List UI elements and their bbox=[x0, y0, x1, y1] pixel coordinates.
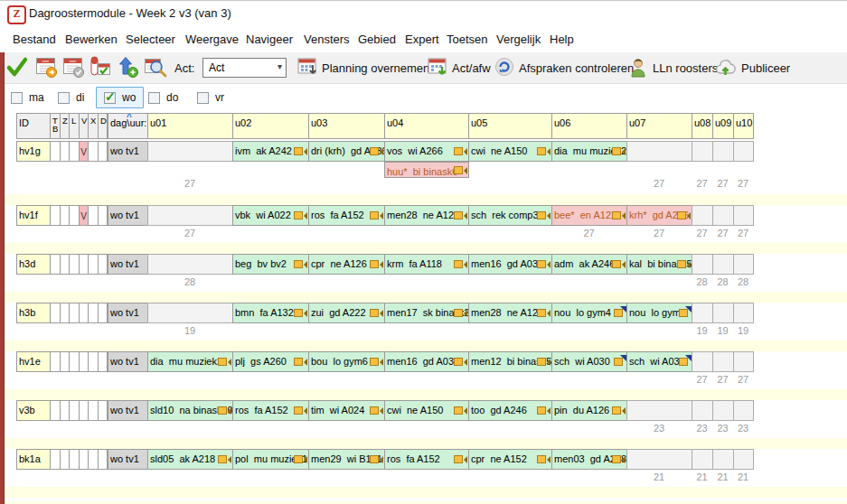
day-cell-hv1f[interactable]: wo tv1 bbox=[108, 205, 148, 226]
lesson-cell-hv1f-u05[interactable]: sch rek comp3 bbox=[468, 205, 552, 226]
row-id-cell-hv1f[interactable]: hv1f bbox=[16, 205, 51, 226]
empty-cell-bk1a-u10[interactable] bbox=[733, 449, 754, 470]
lesson-cell-bk1a-u05[interactable]: cpr ne A152 bbox=[468, 449, 552, 470]
empty-cell-hv1f-u01[interactable] bbox=[147, 205, 233, 226]
empty-cell-bk1a-u08[interactable] bbox=[692, 449, 713, 470]
lesson-cell-hv1f-u04[interactable]: men28 ne A128 bbox=[384, 205, 469, 226]
empty-cell-hv1e-u10[interactable] bbox=[733, 351, 754, 372]
lesson-cell-h3d-u04[interactable]: krm fa A118 bbox=[384, 254, 469, 275]
day-cell-hv1e[interactable]: wo tv1 bbox=[108, 351, 148, 372]
day-checkbox-vr[interactable]: vr bbox=[197, 91, 224, 104]
confirm-check-icon[interactable] bbox=[5, 55, 29, 80]
empty-cell-hv1f-u08[interactable] bbox=[692, 205, 713, 226]
empty-cell-h3d-u08[interactable] bbox=[692, 254, 713, 275]
day-checkbox-do[interactable]: do bbox=[148, 91, 178, 104]
lesson-cell-v3b-u03[interactable]: tim wi A024 bbox=[308, 400, 385, 421]
toolbar-button-act-afw[interactable]: Act/afw bbox=[427, 56, 491, 79]
empty-cell-hv1g-u08[interactable] bbox=[692, 141, 713, 162]
lesson-cell-hv1g-u06[interactable]: dia mu muziek2 bbox=[551, 141, 627, 162]
lesson-cell-h3b-u02[interactable]: bmn fa A132 bbox=[232, 303, 309, 323]
act-select[interactable]: Act ▾ bbox=[202, 58, 287, 78]
empty-cell-v3b-u08[interactable] bbox=[692, 400, 713, 421]
menu-item-bestand[interactable]: Bestand bbox=[13, 33, 56, 46]
day-checkbox-ma[interactable]: ma bbox=[11, 91, 44, 104]
lesson-cell-bk1a-u02[interactable]: pol mu muziek1 bbox=[232, 449, 309, 470]
lesson-cell-h3b-u06[interactable]: nou lo gym4 bbox=[551, 303, 627, 323]
row-id-cell-h3d[interactable]: h3d bbox=[16, 254, 51, 275]
menu-item-bewerken[interactable]: Bewerken bbox=[65, 33, 118, 46]
calendar-accept-icon[interactable]: woe bbox=[61, 55, 85, 80]
lesson-cell-hv1f-u03[interactable]: ros fa A152 bbox=[308, 205, 385, 226]
row-id-cell-v3b[interactable]: v3b bbox=[16, 400, 51, 421]
empty-cell-hv1f-u10[interactable] bbox=[733, 205, 754, 226]
day-cell-v3b[interactable]: wo tv1 bbox=[108, 400, 148, 421]
empty-cell-h3b-u10[interactable] bbox=[733, 303, 754, 323]
empty-cell-h3b-u01[interactable] bbox=[147, 303, 233, 323]
menu-item-vergelijk[interactable]: Vergelijk bbox=[496, 33, 541, 46]
checked-checkbox-icon[interactable] bbox=[104, 92, 116, 104]
lesson-cell-h3d-u02[interactable]: beg bv bv2 bbox=[232, 254, 309, 275]
row-id-cell-hv1e[interactable]: hv1e bbox=[16, 351, 51, 372]
menu-item-gebied[interactable]: Gebied bbox=[358, 33, 396, 46]
empty-cell-h3b-u08[interactable] bbox=[692, 303, 713, 323]
lesson-cell-h3d-u07[interactable]: kal bi binask5 bbox=[626, 254, 692, 275]
lesson-cell-bk1a-u01[interactable]: sld05 ak A218 bbox=[147, 449, 233, 470]
empty-cell-hv1g-u10[interactable] bbox=[733, 141, 754, 162]
lesson-cell-h3d-u05[interactable]: men16 gd A030 bbox=[468, 254, 552, 275]
lesson-cell-hv1f-u06[interactable]: bee* en A122 bbox=[551, 205, 627, 226]
lesson-cell-h3b-u03[interactable]: zui gd A222 bbox=[308, 303, 385, 323]
menu-item-expert[interactable]: Expert bbox=[405, 33, 439, 46]
empty-cell-h3b-u09[interactable] bbox=[712, 303, 734, 323]
lesson-cell-h3d-u03[interactable]: cpr ne A126 bbox=[308, 254, 385, 275]
day-cell-h3d[interactable]: wo tv1 bbox=[108, 254, 148, 275]
empty-cell-h3d-u01[interactable] bbox=[147, 254, 233, 275]
lesson-cell-hv1g-u05[interactable]: cwi ne A150 bbox=[468, 141, 552, 162]
period-check-icon[interactable] bbox=[89, 55, 112, 80]
day-cell-h3b[interactable]: wo tv1 bbox=[108, 303, 148, 323]
lesson-cell-hv1e-u07[interactable]: sch wi A030 bbox=[626, 351, 692, 372]
empty-cell-bk1a-u07[interactable] bbox=[626, 449, 692, 470]
row-id-cell-hv1g[interactable]: hv1g bbox=[16, 141, 51, 162]
menu-item-selecteer[interactable]: Selecteer bbox=[126, 33, 175, 46]
empty-cell-hv1f-u09[interactable] bbox=[712, 205, 734, 226]
empty-cell-hv1g-u07[interactable] bbox=[626, 141, 692, 162]
lesson-cell-hv1g-u03[interactable]: dri (krh) gd A236 bbox=[308, 141, 385, 162]
lesson-cell-v3b-u04[interactable]: cwi ne A150 bbox=[384, 400, 469, 421]
lesson-cell-bk1a-u06[interactable]: men03 gd A238 bbox=[551, 449, 627, 470]
empty-cell-hv1e-u09[interactable] bbox=[712, 351, 734, 372]
lesson-cell-v3b-u01[interactable]: sld10 na binask10 bbox=[147, 400, 233, 421]
row-id-cell-bk1a[interactable]: bk1a bbox=[16, 449, 51, 470]
menu-item-vensters[interactable]: Vensters bbox=[304, 33, 350, 46]
empty-cell-hv1e-u08[interactable] bbox=[692, 351, 713, 372]
lesson-cell-hv1e-u02[interactable]: plj gs A260 bbox=[232, 351, 309, 372]
lesson-cell-hv1f-u02[interactable]: vbk wi A022 bbox=[232, 205, 309, 226]
empty-cell-v3b-u07[interactable] bbox=[626, 400, 692, 421]
lesson-cell-v3b-u06[interactable]: pin du A126 bbox=[551, 400, 627, 421]
lesson-cell-v3b-u05[interactable]: too gd A246 bbox=[468, 400, 552, 421]
unchecked-checkbox-icon[interactable] bbox=[11, 92, 23, 104]
unchecked-checkbox-icon[interactable] bbox=[58, 92, 70, 104]
empty-cell-hv1g-u09[interactable] bbox=[712, 141, 734, 162]
day-cell-bk1a[interactable]: wo tv1 bbox=[108, 449, 148, 470]
lesson-cell-h3b-u04[interactable]: men17 sk binask2 bbox=[384, 303, 469, 323]
lesson-cell-h3b-u05[interactable]: men28 ne A128 bbox=[468, 303, 552, 323]
lesson-cell-hv1g-u02[interactable]: ivm ak A242 bbox=[232, 141, 309, 162]
lesson-cell-h3b-u07[interactable]: nou lo gym4 bbox=[626, 303, 692, 323]
toolbar-button-planning-overnemen[interactable]: Planning overnemen bbox=[296, 56, 429, 79]
toolbar-button-afspraken-controleren[interactable]: Afspraken controleren bbox=[494, 56, 634, 79]
lesson-cell-bk1a-u03[interactable]: men29 wi B161 bbox=[308, 449, 385, 470]
menu-item-navigeer[interactable]: Navigeer bbox=[246, 33, 293, 46]
unchecked-checkbox-icon[interactable] bbox=[148, 92, 160, 104]
lesson-cell-bk1a-u04[interactable]: ros fa A152 bbox=[384, 449, 469, 470]
lesson-cell-h3d-u06[interactable]: adm ak A246 bbox=[551, 254, 627, 275]
insert-up-icon[interactable] bbox=[116, 55, 139, 80]
toolbar-button-publiceer[interactable]: Publiceer bbox=[714, 56, 790, 79]
toolbar-button-lln-roosters[interactable]: LLn roosters bbox=[627, 56, 718, 79]
empty-cell-h3d-u09[interactable] bbox=[712, 254, 734, 275]
lesson-cell-hv1e-u01[interactable]: dia mu muziek2 bbox=[147, 351, 233, 372]
empty-cell-h3d-u10[interactable] bbox=[733, 254, 754, 275]
calendar-add-icon[interactable]: woe bbox=[34, 55, 58, 80]
col-header-day[interactable]: dag\uur:^ bbox=[108, 113, 148, 139]
lesson-cell-hv1e-u03[interactable]: bou lo gym6 bbox=[308, 351, 385, 372]
lesson-cell-hv1e-u06[interactable]: sch wi A030 bbox=[551, 351, 627, 372]
